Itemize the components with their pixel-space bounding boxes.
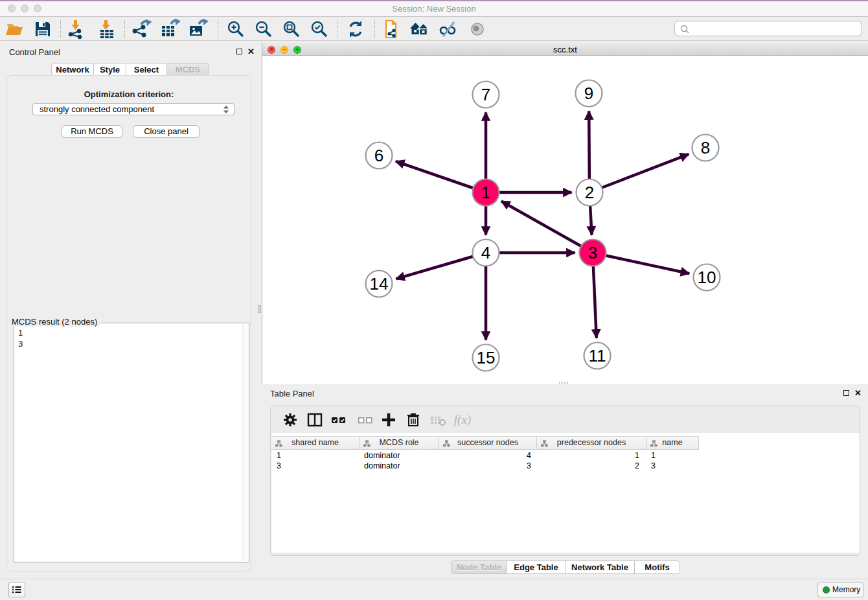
graph-edge-4-14[interactable] — [396, 253, 486, 279]
column-header-label: name — [662, 438, 682, 447]
unselect-all-columns-icon[interactable] — [356, 411, 374, 429]
zoom-in-icon[interactable] — [224, 18, 246, 40]
graph-node-14[interactable]: 14 — [366, 271, 393, 297]
export-network-icon[interactable] — [130, 18, 152, 40]
clone-network-icon[interactable] — [381, 18, 403, 40]
delete-column-icon[interactable] — [404, 411, 422, 429]
table-cell[interactable]: dominator — [360, 461, 439, 471]
graph-edge-3-1[interactable] — [501, 202, 593, 253]
tab-edge-table[interactable]: Edge Table — [507, 560, 565, 574]
table-cell[interactable]: dominator — [360, 450, 439, 461]
run-mcds-button[interactable]: Run MCDS — [62, 125, 122, 138]
memory-button[interactable]: Memory — [817, 582, 863, 597]
mcds-result-item[interactable]: 3 — [18, 338, 23, 349]
table-cell[interactable]: 3 — [439, 461, 537, 471]
graph-node-3[interactable]: 3 — [580, 240, 606, 266]
table-settings-icon[interactable] — [281, 411, 299, 429]
table-cell[interactable]: 3 — [646, 461, 699, 471]
graph-node-11[interactable]: 11 — [584, 343, 611, 369]
graph-node-2[interactable]: 2 — [577, 179, 603, 206]
tab-select[interactable]: Select — [126, 63, 167, 76]
column-header-predecessor-nodes[interactable]: predecessor nodes — [537, 437, 646, 449]
network-window-resize-grip[interactable] — [559, 382, 568, 384]
column-header-name[interactable]: name — [646, 437, 699, 449]
splitter-handle[interactable] — [258, 305, 261, 313]
graph-edge-2-8[interactable] — [589, 154, 689, 192]
save-session-icon[interactable] — [32, 18, 54, 40]
import-table-icon[interactable] — [96, 18, 118, 40]
tab-node-table[interactable]: Node Table — [451, 560, 507, 574]
svg-text:3: 3 — [588, 243, 597, 262]
export-table-icon[interactable] — [159, 18, 181, 40]
task-history-button[interactable] — [8, 582, 25, 597]
svg-text:1: 1 — [481, 183, 490, 202]
graph-node-9[interactable]: 9 — [576, 80, 602, 107]
table-panel-close-button[interactable]: ✕ — [854, 390, 862, 397]
show-graphics-details-icon[interactable] — [466, 18, 488, 40]
tab-network-table[interactable]: Network Table — [565, 560, 635, 574]
tab-network[interactable]: Network — [51, 63, 94, 76]
function-builder-icon[interactable]: f(x) — [453, 411, 472, 429]
tab-style[interactable]: Style — [94, 63, 126, 76]
export-image-icon[interactable] — [187, 18, 209, 40]
control-panel-title: Control Panel — [9, 47, 60, 57]
memory-button-label: Memory — [832, 585, 860, 594]
close-panel-button[interactable]: Close panel — [133, 125, 200, 138]
show-columns-icon[interactable] — [306, 411, 324, 429]
mcds-result-title: MCDS result (2 nodes) — [10, 317, 99, 327]
open-file-icon[interactable] — [3, 18, 25, 40]
table-panel: Table Panel ✕ — [262, 386, 868, 577]
table-cell[interactable]: 4 — [439, 450, 537, 461]
graph-node-10[interactable]: 10 — [694, 264, 720, 291]
mcds-result-list[interactable]: 13 — [18, 327, 23, 349]
first-neighbors-icon[interactable] — [409, 18, 431, 40]
mcds-result-scrollbar[interactable] — [242, 324, 248, 561]
search-input[interactable] — [674, 21, 862, 36]
svg-text:15: 15 — [477, 348, 496, 367]
main-toolbar — [0, 18, 868, 41]
mcds-result-item[interactable]: 1 — [18, 327, 23, 338]
control-panel-float-button[interactable] — [236, 49, 242, 54]
select-all-columns-icon[interactable] — [330, 411, 348, 429]
table-panel-float-button[interactable] — [843, 390, 849, 396]
table-cell[interactable]: 3 — [271, 461, 360, 471]
graph-node-4[interactable]: 4 — [473, 240, 499, 266]
hide-selected-icon[interactable] — [437, 18, 459, 40]
column-header-MCDS-role[interactable]: MCDS role — [360, 437, 439, 449]
zoom-out-icon[interactable] — [252, 18, 274, 40]
column-header-successor-nodes[interactable]: successor nodes — [439, 437, 537, 449]
zoom-selected-icon[interactable] — [308, 18, 330, 40]
zoom-fit-icon[interactable] — [280, 18, 302, 40]
create-column-icon[interactable] — [380, 411, 398, 429]
svg-text:2: 2 — [585, 183, 594, 202]
column-type-icon — [363, 440, 371, 447]
svg-text:14: 14 — [370, 274, 389, 294]
optimization-criterion-select[interactable]: strongly connected component — [32, 103, 234, 115]
graph-edge-1-6[interactable] — [396, 161, 486, 192]
mcds-result-box: 13 — [14, 323, 249, 562]
node-table: shared nameMCDS rolesuccessor nodesprede… — [271, 433, 860, 553]
column-header-label: MCDS role — [379, 438, 418, 447]
graph-edge-3-10[interactable] — [593, 253, 689, 273]
refresh-icon[interactable] — [345, 18, 367, 40]
graph-node-8[interactable]: 8 — [692, 135, 719, 161]
control-panel: Control Panel ✕ Network Style Select MCD… — [3, 43, 257, 571]
svg-text:4: 4 — [481, 243, 490, 262]
graph-node-6[interactable]: 6 — [366, 143, 393, 169]
select-stepper-icon — [223, 105, 229, 114]
column-header-shared-name[interactable]: shared name — [271, 437, 360, 449]
table-cell[interactable]: 2 — [537, 461, 646, 471]
graph-node-15[interactable]: 15 — [473, 345, 499, 371]
memory-status-icon — [823, 586, 830, 594]
graph-node-1[interactable]: 1 — [473, 179, 499, 206]
delete-table-icon[interactable] — [429, 411, 447, 429]
table-cell[interactable]: 1 — [537, 450, 646, 461]
import-network-icon[interactable] — [65, 18, 87, 40]
tab-motifs[interactable]: Motifs — [635, 560, 680, 574]
table-cell[interactable]: 1 — [271, 450, 360, 461]
table-container: f(x) shared nameMCDS rolesuccessor nodes… — [270, 406, 860, 556]
table-cell[interactable]: 1 — [646, 450, 699, 461]
graph-node-7[interactable]: 7 — [473, 82, 499, 108]
tab-mcds[interactable]: MCDS — [167, 63, 209, 76]
control-panel-close-button[interactable]: ✕ — [247, 49, 255, 55]
